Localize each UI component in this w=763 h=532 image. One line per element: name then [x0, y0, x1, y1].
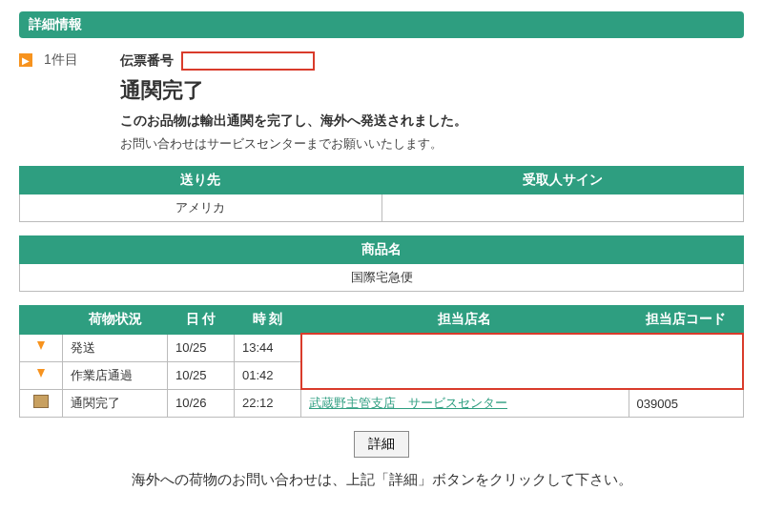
- track-header-4: 担当店名: [301, 306, 629, 335]
- status-description: このお品物は輸出通関を完了し、海外へ発送されました。: [120, 113, 744, 130]
- track-date: 10/26: [168, 389, 235, 418]
- dest-value-2: [382, 194, 744, 222]
- table-row: 通関完了10/2622:12武蔵野主管支店 サービスセンター039005: [20, 389, 744, 418]
- track-date: 10/25: [168, 361, 235, 389]
- item-count: 1件目: [44, 51, 120, 69]
- product-table: 商品名 国際宅急便: [19, 235, 744, 292]
- redacted-store-block: [301, 334, 744, 389]
- track-status: 作業店通過: [63, 361, 168, 389]
- slip-number-value: [181, 51, 315, 71]
- table-row: 発送10/2513:44: [20, 334, 744, 361]
- track-date: 10/25: [168, 334, 235, 361]
- dest-header-2: 受取人サイン: [382, 167, 744, 194]
- tracking-table: 荷物状況日 付時 刻担当店名担当店コード 発送10/2513:44 作業店通過1…: [19, 305, 744, 418]
- package-arrow-icon: [20, 361, 63, 389]
- track-header-1: 荷物状況: [63, 306, 168, 335]
- product-header: 商品名: [20, 236, 744, 264]
- track-header-5: 担当店コード: [629, 306, 743, 335]
- product-value: 国際宅急便: [20, 264, 744, 292]
- track-header-2: 日 付: [168, 306, 235, 335]
- svg-marker-1: [37, 369, 45, 378]
- track-status: 通関完了: [63, 389, 168, 418]
- dest-value-1: アメリカ: [20, 194, 382, 222]
- item-block: ▶ 1件目 伝票番号 通関完了 このお品物は輸出通関を完了し、海外へ発送されまし…: [19, 51, 744, 153]
- track-time: 01:42: [235, 361, 301, 389]
- track-status: 発送: [63, 334, 168, 361]
- track-time: 13:44: [235, 334, 301, 361]
- status-title: 通関完了: [120, 76, 744, 105]
- item-arrow-icon: ▶: [19, 53, 32, 67]
- track-code: 039005: [629, 389, 743, 418]
- footer-note: 海外への荷物のお問い合わせは、上記「詳細」ボタンをクリックして下さい。: [19, 471, 744, 489]
- dest-header-1: 送り先: [20, 167, 382, 194]
- track-header-0: [20, 306, 63, 335]
- detail-button[interactable]: 詳細: [354, 431, 409, 458]
- store-link[interactable]: 武蔵野主管支店 サービスセンター: [309, 396, 507, 410]
- section-header: 詳細情報: [19, 11, 744, 38]
- destination-table: 送り先 受取人サイン アメリカ: [19, 166, 744, 222]
- track-store: 武蔵野主管支店 サービスセンター: [301, 389, 629, 418]
- package-box-icon: [20, 389, 63, 418]
- track-header-3: 時 刻: [235, 306, 301, 335]
- svg-marker-0: [37, 341, 45, 350]
- slip-number-label: 伝票番号: [120, 52, 174, 70]
- package-arrow-icon: [20, 334, 63, 361]
- status-note: お問い合わせはサービスセンターまでお願いいたします。: [120, 135, 744, 153]
- track-time: 22:12: [235, 389, 301, 418]
